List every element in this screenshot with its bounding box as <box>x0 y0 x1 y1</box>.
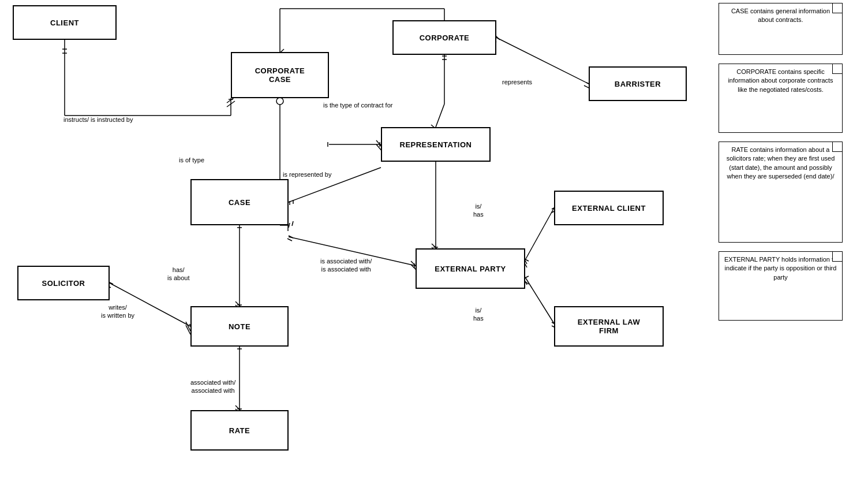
corporate-note-box: CORPORATE contains specific information … <box>719 64 843 133</box>
is-of-type-label: is of type <box>179 156 204 164</box>
external-law-firm-entity: EXTERNAL LAWFIRM <box>554 306 664 347</box>
external-client-entity: EXTERNAL CLIENT <box>554 191 664 225</box>
has-about-label: has/is about <box>167 266 190 282</box>
external-party-label: EXTERNAL PARTY <box>435 265 506 273</box>
is-represented-by-label: is represented by <box>283 170 331 178</box>
svg-line-58 <box>525 277 554 323</box>
svg-point-10 <box>276 98 283 105</box>
rate-note-text: RATE contains information about a solici… <box>727 146 835 180</box>
client-entity: CLIENT <box>13 5 117 40</box>
external-party-entity: EXTERNAL PARTY <box>416 248 525 289</box>
barrister-entity: BARRISTER <box>589 66 687 101</box>
case-note-text: CASE contains general information about … <box>731 8 830 23</box>
svg-line-39 <box>584 85 589 88</box>
representation-entity: REPRESENTATION <box>381 127 491 162</box>
svg-line-52 <box>525 208 554 260</box>
solicitor-label: SOLICITOR <box>42 279 85 288</box>
is-has-ext-client-label: is/has <box>473 202 484 219</box>
corporate-entity: CORPORATE <box>392 20 496 55</box>
external-client-label: EXTERNAL CLIENT <box>572 204 646 213</box>
solicitor-entity: SOLICITOR <box>17 266 110 300</box>
writes-label: writes/is written by <box>101 303 134 320</box>
erd-diagram: CLIENT CORPORATE CORPORATECASE BARRISTER… <box>0 0 868 480</box>
client-label: CLIENT <box>50 18 79 27</box>
representation-label: REPRESENTATION <box>400 140 472 149</box>
rate-note-box: RATE contains information about a solici… <box>719 142 843 243</box>
assoc-with-label: associated with/associated with <box>190 378 235 395</box>
instructs-label: instructs/ is instructed by <box>63 116 133 124</box>
corporate-case-entity: CORPORATECASE <box>231 52 329 98</box>
case-note-box: CASE contains general information about … <box>719 3 843 55</box>
svg-line-48 <box>287 239 292 241</box>
rate-entity: RATE <box>190 410 289 451</box>
barrister-label: BARRISTER <box>615 80 661 88</box>
is-assoc-label: is associated with/is associated with <box>320 257 372 274</box>
corporate-note-text: CORPORATE contains specific information … <box>728 68 833 93</box>
corporate-case-label: CORPORATECASE <box>255 66 305 84</box>
svg-line-12 <box>292 221 293 226</box>
is-type-contract-label: is the type of contract for <box>323 101 392 109</box>
note-entity: NOTE <box>190 306 289 347</box>
is-has-law-label: is/has <box>473 306 484 323</box>
svg-line-11 <box>289 223 290 228</box>
external-party-note-box: EXTERNAL PARTY holds information to indi… <box>719 251 843 321</box>
corporate-label: CORPORATE <box>420 34 470 42</box>
svg-line-23 <box>436 104 444 127</box>
external-law-firm-label: EXTERNAL LAWFIRM <box>578 318 640 335</box>
external-party-note-text: EXTERNAL PARTY holds information to indi… <box>724 256 837 281</box>
svg-line-37 <box>496 38 589 84</box>
note-label: NOTE <box>229 322 250 331</box>
rate-label: RATE <box>229 426 250 435</box>
case-entity: CASE <box>190 179 289 225</box>
represents-label: represents <box>502 78 532 86</box>
case-label: CASE <box>229 198 250 207</box>
